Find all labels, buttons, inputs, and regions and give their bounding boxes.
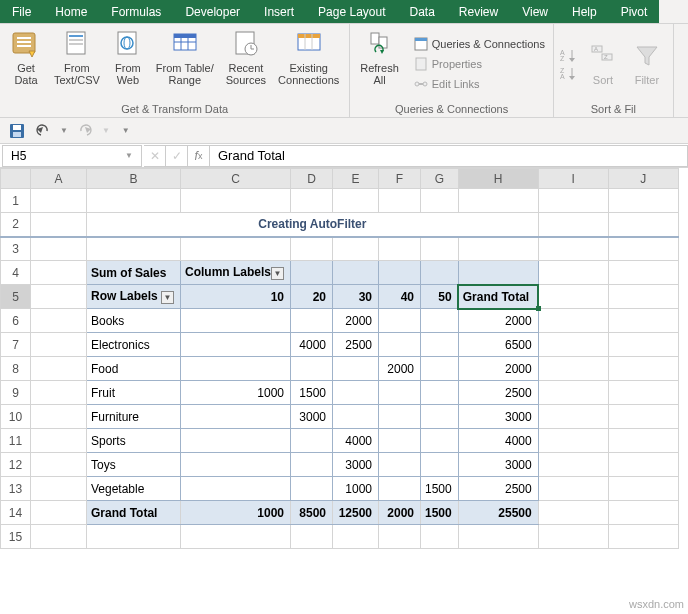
cell[interactable] [608, 357, 678, 381]
cell[interactable] [608, 501, 678, 525]
pivot-data-cell[interactable] [379, 453, 421, 477]
col-header[interactable]: I [538, 169, 608, 189]
pivot-data-cell[interactable] [421, 453, 459, 477]
pivot-data-cell[interactable] [181, 477, 291, 501]
existing-button[interactable]: Existing Connections [272, 26, 345, 101]
pivot-data-cell[interactable]: 1000 [181, 381, 291, 405]
cell[interactable] [538, 213, 608, 237]
row-header[interactable]: 15 [1, 525, 31, 549]
pivot-row-total[interactable]: 4000 [458, 429, 538, 453]
pivot-data-cell[interactable] [291, 309, 333, 333]
pivot-row-label[interactable]: Fruit [87, 381, 181, 405]
pivot-col-total[interactable]: 12500 [333, 501, 379, 525]
sort-button[interactable]: AZ Sort [581, 38, 625, 88]
pivot-data-cell[interactable] [333, 381, 379, 405]
col-header[interactable]: J [608, 169, 678, 189]
pivot-data-cell[interactable] [379, 333, 421, 357]
spreadsheet-grid[interactable]: A B C D E F G H I J 12Creating AutoFilte… [0, 168, 688, 614]
pivot-data-cell[interactable] [181, 309, 291, 333]
tab-developer[interactable]: Developer [173, 0, 252, 23]
cell[interactable] [538, 261, 608, 285]
pivot-row-total[interactable]: 2000 [458, 357, 538, 381]
sort-asc-icon[interactable]: AZ [560, 47, 576, 63]
row-header[interactable]: 12 [1, 453, 31, 477]
pivot-row-total[interactable]: 2500 [458, 477, 538, 501]
pivot-col-total[interactable]: 1000 [181, 501, 291, 525]
pivot-row-total[interactable]: 6500 [458, 333, 538, 357]
tab-data[interactable]: Data [397, 0, 446, 23]
cell[interactable] [608, 333, 678, 357]
col-header[interactable]: D [291, 169, 333, 189]
pivot-data-cell[interactable]: 1000 [333, 477, 379, 501]
cancel-formula-button[interactable]: ✕ [144, 145, 166, 167]
tab-help[interactable]: Help [560, 0, 609, 23]
row-header[interactable]: 11 [1, 429, 31, 453]
editlinks-button[interactable]: Edit Links [409, 75, 549, 93]
pivot-data-cell[interactable] [181, 333, 291, 357]
col-header[interactable]: E [333, 169, 379, 189]
tab-home[interactable]: Home [43, 0, 99, 23]
chevron-down-icon[interactable]: ▼ [125, 151, 133, 160]
cell[interactable] [181, 525, 291, 549]
col-header[interactable]: H [458, 169, 538, 189]
pivot-col-value[interactable]: 30 [333, 285, 379, 309]
pivot-col-total[interactable]: 8500 [291, 501, 333, 525]
cell[interactable] [333, 525, 379, 549]
pivot-data-cell[interactable]: 4000 [333, 429, 379, 453]
cell[interactable] [538, 429, 608, 453]
pivot-data-cell[interactable]: 1500 [291, 381, 333, 405]
cell[interactable] [608, 309, 678, 333]
pivot-data-cell[interactable] [181, 357, 291, 381]
cell[interactable] [538, 501, 608, 525]
pivot-row-total[interactable]: 2000 [458, 309, 538, 333]
row-header[interactable]: 6 [1, 309, 31, 333]
pivot-row-label[interactable]: Books [87, 309, 181, 333]
cell[interactable] [608, 429, 678, 453]
tab-insert[interactable]: Insert [252, 0, 306, 23]
cell[interactable] [538, 237, 608, 261]
col-header[interactable]: F [379, 169, 421, 189]
cell[interactable] [538, 189, 608, 213]
col-header[interactable]: A [31, 169, 87, 189]
row-header[interactable]: 9 [1, 381, 31, 405]
cell[interactable] [181, 237, 291, 261]
pivot-data-cell[interactable]: 3000 [291, 405, 333, 429]
enter-formula-button[interactable]: ✓ [166, 145, 188, 167]
cell[interactable] [379, 525, 421, 549]
tab-view[interactable]: View [510, 0, 560, 23]
pivot-data-cell[interactable] [421, 333, 459, 357]
tab-formulas[interactable]: Formulas [99, 0, 173, 23]
filter-dropdown-icon[interactable]: ▼ [161, 291, 174, 304]
properties-button[interactable]: Properties [409, 55, 549, 73]
pivot-sum-label[interactable]: Sum of Sales [87, 261, 181, 285]
row-header[interactable]: 10 [1, 405, 31, 429]
cell[interactable] [608, 189, 678, 213]
recent-button[interactable]: Recent Sources [220, 26, 272, 101]
pivot-row-labels[interactable]: Row Labels▼ [87, 285, 181, 309]
pivot-col-total[interactable]: 2000 [379, 501, 421, 525]
pivot-data-cell[interactable] [379, 309, 421, 333]
pivot-grand-total-value[interactable]: 25500 [458, 501, 538, 525]
cell[interactable] [608, 381, 678, 405]
tab-pivot[interactable]: Pivot [609, 0, 660, 23]
pivot-data-cell[interactable] [379, 429, 421, 453]
pivot-grand-total-header[interactable]: Grand Total [458, 285, 538, 309]
cell[interactable] [87, 189, 181, 213]
row-header[interactable]: 5 [1, 285, 31, 309]
pivot-data-cell[interactable] [291, 453, 333, 477]
cell[interactable] [87, 525, 181, 549]
pivot-data-cell[interactable] [379, 405, 421, 429]
pivot-data-cell[interactable] [379, 477, 421, 501]
cell[interactable] [291, 237, 333, 261]
cell[interactable] [538, 405, 608, 429]
cell[interactable] [421, 525, 459, 549]
tab-file[interactable]: File [0, 0, 43, 23]
cell[interactable] [333, 189, 379, 213]
row-header[interactable]: 7 [1, 333, 31, 357]
insert-function-button[interactable]: fx [188, 145, 210, 167]
pivot-data-cell[interactable] [181, 405, 291, 429]
pivot-data-cell[interactable] [421, 405, 459, 429]
pivot-data-cell[interactable] [291, 357, 333, 381]
pivot-data-cell[interactable] [421, 309, 459, 333]
select-all-button[interactable] [1, 169, 31, 189]
